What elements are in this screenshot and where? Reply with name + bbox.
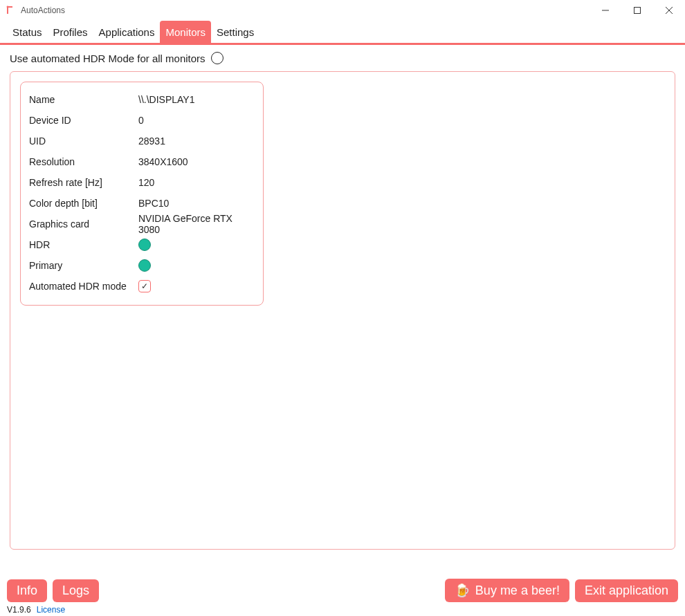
monitor-row: UID28931 [29,131,255,151]
window-controls [590,0,685,21]
logs-button[interactable]: Logs [53,579,99,602]
buy-beer-label: Buy me a beer! [475,584,560,598]
monitor-row: Graphics cardNVIDIA GeForce RTX 3080 [29,214,255,234]
info-button[interactable]: Info [7,579,47,602]
license-link[interactable]: License [37,605,65,615]
tab-applications[interactable]: Applications [93,21,161,43]
beer-icon: 🍺 [455,583,470,598]
monitor-row-value: 120 [138,177,255,188]
titlebar: AutoActions [0,0,685,21]
monitor-row-value: \\.\DISPLAY1 [138,94,255,105]
monitor-card: Name\\.\DISPLAY1Device ID0UID28931Resolu… [20,82,264,306]
monitor-row-label: Resolution [29,156,138,167]
primary-label: Primary [29,260,138,271]
auto-hdr-row: Automated HDR mode ✓ [29,276,255,297]
hdr-row: HDR [29,234,255,255]
hdr-label: HDR [29,239,138,250]
monitor-row-value: 3840X1600 [138,156,255,167]
monitor-row-label: Graphics card [29,218,138,230]
monitor-row-label: UID [29,136,138,147]
tab-profiles[interactable]: Profiles [48,21,93,43]
monitor-row: Color depth [bit]BPC10 [29,193,255,214]
monitor-row-label: Refresh rate [Hz] [29,177,138,188]
minimize-button[interactable] [590,0,621,21]
auto-hdr-all-row: Use automated HDR Mode for all monitors [0,45,685,71]
primary-row: Primary [29,255,255,276]
tab-settings[interactable]: Settings [211,21,259,43]
monitors-panel: Name\\.\DISPLAY1Device ID0UID28931Resolu… [10,71,675,550]
monitor-row-label: Color depth [bit] [29,198,138,209]
monitor-row-value: 0 [138,115,255,126]
buy-beer-button[interactable]: 🍺 Buy me a beer! [445,579,569,602]
auto-hdr-all-toggle[interactable] [211,52,223,64]
maximize-button[interactable] [621,0,653,21]
tabbar: StatusProfilesApplicationsMonitorsSettin… [0,21,685,43]
auto-hdr-checkbox[interactable]: ✓ [138,280,151,292]
monitor-row-label: Device ID [29,115,138,126]
monitor-row: Refresh rate [Hz]120 [29,172,255,193]
svg-point-0 [7,6,9,8]
tab-status[interactable]: Status [7,21,48,43]
monitor-row: Name\\.\DISPLAY1 [29,89,255,110]
tab-monitors[interactable]: Monitors [160,21,211,43]
window-title: AutoActions [21,6,65,15]
monitor-row: Device ID0 [29,110,255,131]
app-icon [6,5,17,16]
bottombar: Info Logs 🍺 Buy me a beer! Exit applicat… [0,579,685,602]
hdr-status-dot [138,239,151,251]
monitor-row-label: Name [29,94,138,105]
monitor-row: Resolution3840X1600 [29,151,255,172]
auto-hdr-all-label: Use automated HDR Mode for all monitors [10,53,206,64]
primary-status-dot [138,259,151,272]
exit-button[interactable]: Exit application [575,579,678,602]
monitor-row-value: NVIDIA GeForce RTX 3080 [138,213,255,235]
auto-hdr-label: Automated HDR mode [29,281,138,292]
close-button[interactable] [653,0,685,21]
svg-rect-2 [634,8,641,14]
monitor-row-value: BPC10 [138,198,255,209]
monitor-row-value: 28931 [138,136,255,147]
version-text: V1.9.6 [7,605,31,615]
statusbar: V1.9.6 License [0,604,685,616]
